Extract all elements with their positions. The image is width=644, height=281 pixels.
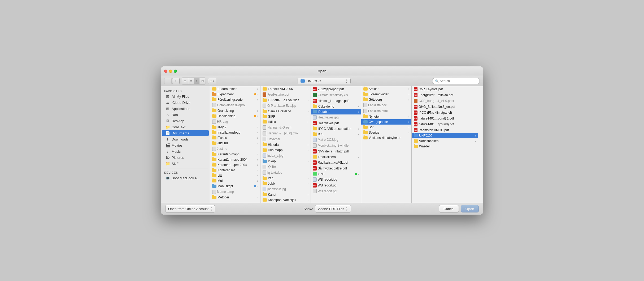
list-item[interactable]: Wasdell [412, 144, 478, 149]
list-item[interactable]: Handledning › [210, 113, 260, 119]
close-button[interactable] [164, 70, 167, 73]
list-item[interactable]: joebtfsplk.jpg [260, 186, 311, 192]
list-item[interactable]: Kanotpool Vättlefjäll › [260, 197, 311, 203]
list-item[interactable]: Länklista.doc [361, 102, 411, 108]
list-item[interactable]: PDF WB report.pdf [311, 182, 361, 188]
list-item[interactable]: Granskning › [210, 108, 260, 113]
list-item[interactable]: Karantän-mapp 2004 › [210, 157, 260, 162]
list-item[interactable]: IQ Text [260, 164, 311, 170]
list-item[interactable]: Kanot › [260, 192, 311, 197]
list-item[interactable]: SNF › [311, 171, 361, 177]
list-item[interactable]: Experiment › [210, 92, 260, 97]
sidebar-item-desktop[interactable]: 🖥 Desktop [162, 118, 209, 124]
list-item[interactable]: WB report.jpg [311, 177, 361, 182]
list-item[interactable]: Cykeldemo › [311, 104, 361, 109]
list-item[interactable]: Eudora folder › [210, 86, 260, 92]
list-item[interactable]: PDF climsoil_k…sages.pdf [311, 98, 361, 104]
list-item[interactable]: IPCC AR5 presentation › [311, 126, 361, 131]
open-button[interactable]: Open [461, 205, 479, 212]
sidebar-item-snf[interactable]: 📁 SNF [162, 161, 209, 167]
list-item[interactable]: Climate sensitivity.xls [311, 92, 361, 98]
list-item[interactable]: G-P artik…o Eva.jsp [260, 103, 311, 109]
list-item[interactable]: GIFF › [260, 114, 311, 119]
icon-view-button[interactable]: ⊞ [182, 78, 188, 84]
list-item[interactable]: PDF Heatwaves.pdf [311, 120, 361, 126]
list-item[interactable]: Fotbolls-VM 2006 › [260, 86, 311, 92]
list-item[interactable]: Sverige › [361, 130, 411, 135]
list-item[interactable]: Historia › [260, 142, 311, 147]
list-item[interactable]: Artiklar › [361, 86, 411, 92]
list-item[interactable]: Mat o CO2.jpg [311, 137, 361, 143]
maximize-button[interactable] [174, 70, 177, 73]
list-item[interactable]: PDF CoR Keynote.pdf [412, 86, 478, 92]
list-item[interactable]: PDF Rahmstorf AMOC.pdf [412, 127, 478, 133]
column-view-button[interactable]: ⫾ [194, 78, 199, 84]
sidebar-item-icloud-drive[interactable]: ☁ iCloud Drive [162, 100, 209, 105]
list-item[interactable]: Memo temp [210, 189, 260, 195]
list-item[interactable]: index_s.jpg [260, 153, 311, 159]
list-item[interactable]: G-P artik…o Eva_files › [260, 97, 311, 103]
list-item[interactable]: FredAstaire.ppt [260, 92, 311, 97]
list-item[interactable]: Just nu [210, 146, 260, 152]
sidebar-item-all-my-files[interactable]: ⊡ All My Files [162, 93, 209, 99]
list-item[interactable]: Manuskript › [210, 184, 260, 189]
sidebar-item-applications[interactable]: ⊞ Applications [162, 106, 209, 112]
list-item[interactable]: WB report.ppt [311, 188, 361, 194]
list-item[interactable]: Karantän-mapp › [210, 152, 260, 157]
sidebar-item-downloads[interactable]: ⬇ Downloads [162, 136, 209, 142]
forward-button[interactable]: › [172, 78, 180, 84]
list-item[interactable]: Just nu › [210, 140, 260, 146]
location-popup[interactable]: UNFCCC ▲ ▼ [298, 78, 351, 84]
list-item[interactable]: PDF nature1401…ound) 1.pdf [412, 116, 478, 121]
list-item[interactable]: Hälsa › [260, 119, 311, 125]
list-item[interactable]: Hannah & Green [260, 125, 311, 130]
minimize-button[interactable] [169, 70, 172, 73]
sidebar-item-movies[interactable]: 🎬 Movies [162, 142, 209, 148]
list-item[interactable]: PDF Energitillför…mifakta.pdf [412, 92, 478, 98]
list-item[interactable]: Götaplatsen.dvdproj [210, 102, 260, 108]
list-item[interactable]: Mail › [210, 178, 260, 184]
list-item[interactable]: Iran › [260, 176, 311, 181]
search-input[interactable] [440, 79, 477, 83]
list-item[interactable]: Jobb › [260, 181, 311, 186]
list-view-button[interactable]: ≡ [188, 78, 194, 84]
list-item[interactable]: Extremt väder › [361, 92, 411, 97]
list-item[interactable]: Världsbanken › [412, 138, 478, 144]
back-button[interactable]: ‹ [164, 78, 172, 84]
list-item[interactable]: iKey 2 › [210, 125, 260, 130]
list-item[interactable]: Heatwaves.jpg [311, 114, 361, 120]
cancel-button[interactable]: Cancel [439, 205, 459, 212]
cover-view-button[interactable]: ⊟ [199, 78, 206, 84]
sidebar-item-coretext[interactable]: 📁 CoreText [162, 124, 209, 130]
list-item[interactable]: Metoder › [210, 195, 260, 200]
sidebar-item-boot-drive[interactable]: 💻 Boot MacBook P... [162, 175, 209, 181]
list-item[interactable]: HR-dag [210, 119, 260, 125]
list-item[interactable]: Göteborg › [361, 97, 411, 102]
list-item[interactable]: Hus-mapp › [260, 147, 311, 153]
list-item[interactable]: KXL › [311, 131, 361, 137]
list-item[interactable]: Radikalisera › [311, 154, 361, 160]
list-item[interactable]: Föreläsningsserie › [210, 97, 260, 102]
list-item[interactable]: PDF GHG_Bulle…No.8_en.pdf [412, 104, 478, 110]
sidebar-item-documents[interactable]: 📄 Documents [162, 130, 209, 136]
list-item[interactable]: PDF Så mycket bättre.pdf [311, 165, 361, 171]
list-item[interactable]: PDF 2012gapreport.pdf [311, 86, 361, 92]
sidebar-item-dan[interactable]: ⌂ Dan [162, 112, 209, 118]
list-item[interactable]: Inköp › [260, 159, 311, 164]
list-item[interactable]: PDF IPCC (FNs klimatpanel) [412, 110, 478, 116]
list-item[interactable]: iq-text.doc [260, 170, 311, 176]
list-item[interactable]: iTunes › [210, 135, 260, 140]
list-item[interactable]: PDF NVV delra…nfattn.pdf [311, 148, 361, 154]
search-box[interactable]: 🔍 [432, 78, 480, 84]
list-item[interactable]: Gamla Grekland › [260, 109, 311, 114]
list-item[interactable]: Nyheter › [361, 114, 411, 119]
list-item[interactable]: Monbiot…ing Swindle [311, 143, 361, 148]
arrange-button[interactable]: ⊞ ▾ [208, 78, 216, 84]
list-item[interactable]: Databas › [311, 109, 361, 114]
list-item[interactable]: GCP_budg…4_v1.0.pptx [412, 98, 478, 104]
show-file-type-button[interactable]: Adobe PDF Files ▲ ▼ [315, 205, 351, 212]
list-item[interactable]: Karantän-...pre-2004 › [210, 162, 260, 168]
list-item[interactable]: Installationslogg › [210, 130, 260, 135]
sidebar-item-pictures[interactable]: 🖼 Pictures [162, 155, 209, 160]
list-item[interactable]: Havamal [260, 136, 311, 142]
